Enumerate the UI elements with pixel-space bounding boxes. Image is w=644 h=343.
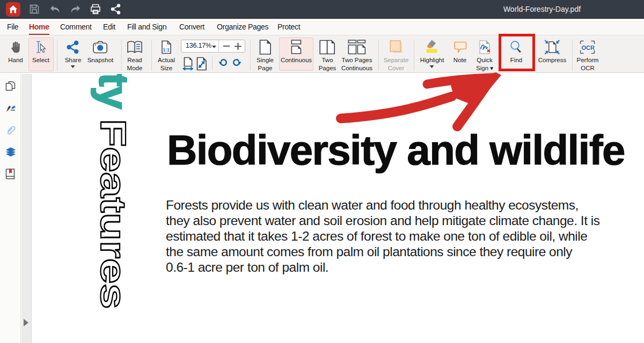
svg-text:OCR: OCR <box>582 44 595 51</box>
svg-text:1:1: 1:1 <box>163 47 170 53</box>
